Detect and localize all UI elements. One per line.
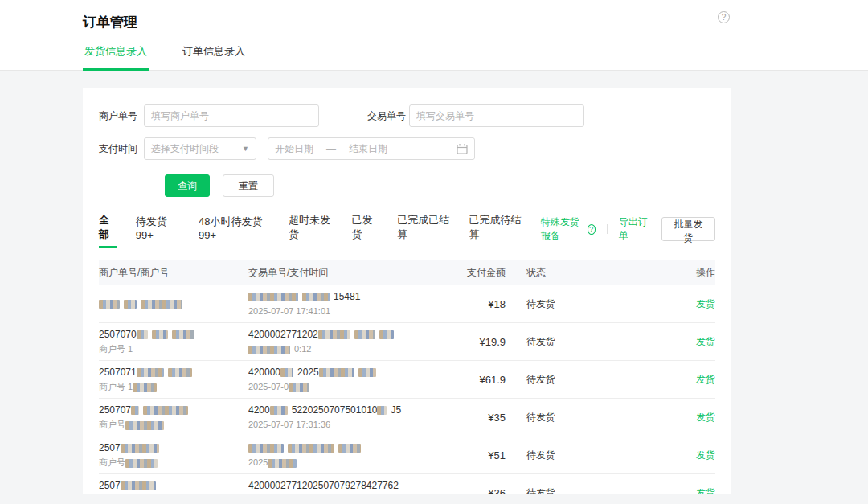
merchant-order-no-text: 2507	[99, 442, 121, 453]
redacted-block	[338, 444, 361, 453]
transaction-cell: 4200002771202507079278427762	[248, 480, 449, 494]
transaction-no-text: 4200	[248, 404, 270, 416]
page-title: 订单管理	[83, 13, 868, 31]
ship-action-link[interactable]: 发货	[618, 373, 715, 387]
content-card: 商户单号 交易单号 支付时间 选择支付时间段 ▼ 开始日期 — 结束日期 查	[83, 88, 731, 494]
redacted-block	[319, 368, 354, 377]
filter-tab-completed-unsettled[interactable]: 已完成待结算	[469, 213, 522, 250]
orders-table: 商户单号/商户号 交易单号/支付时间 支付金额 状态 操作 154812025-…	[99, 260, 715, 494]
pay-time-text: 2025-07-0	[248, 382, 289, 391]
special-shipping-report-label: 特殊发货报备	[541, 215, 585, 243]
table-row: 154812025-07-07 17:41:01¥18待发货发货	[99, 285, 715, 323]
filter-tab-pending-ship[interactable]: 待发货 99+	[136, 215, 179, 249]
merchant-cell: 2507070商户号 1	[99, 329, 248, 354]
redacted-block	[121, 481, 156, 490]
merchant-id-text: 商户号 1	[99, 344, 133, 354]
redacted-block	[270, 406, 288, 415]
query-button[interactable]: 查询	[165, 174, 210, 197]
redacted-block	[131, 406, 139, 415]
pay-time: 2025-07-07 17:41:01	[248, 305, 449, 317]
amount-cell: ¥36	[449, 487, 506, 495]
merchant-id-text: 商户号	[99, 420, 125, 429]
help-icon[interactable]: ?	[718, 11, 730, 23]
merchant-order-no-text: 2507070	[99, 329, 137, 340]
reset-button[interactable]: 重置	[223, 174, 274, 197]
merchant-order-no: 2507	[99, 480, 248, 491]
merchant-order-input[interactable]	[144, 104, 319, 127]
redacted-block	[152, 330, 168, 339]
redacted-block	[141, 300, 182, 309]
amount-cell: ¥19.9	[449, 336, 506, 348]
merchant-id: 商户号 1	[99, 343, 248, 354]
calendar-icon[interactable]	[457, 143, 468, 154]
vertical-divider	[607, 224, 608, 234]
table-row: 2507070商户号 142000027712020:12¥19.9待发货发货	[99, 323, 715, 361]
start-date-placeholder: 开始日期	[275, 142, 313, 156]
table-header: 商户单号/商户号 交易单号/支付时间 支付金额 状态 操作	[99, 260, 715, 285]
export-orders-link[interactable]: 导出订单	[619, 215, 649, 243]
batch-ship-button[interactable]: 批量发货	[661, 217, 715, 241]
merchant-cell: 2507商户号	[99, 442, 248, 468]
merchant-order-no-text: 250707	[99, 404, 131, 416]
merchant-order-label: 商户单号	[99, 109, 144, 123]
redacted-block	[289, 383, 309, 392]
pay-time-text: 2025	[248, 457, 268, 467]
redacted-block	[137, 368, 164, 377]
date-range-picker[interactable]: 开始日期 — 结束日期	[268, 137, 475, 160]
filter-tab-completed-settled[interactable]: 已完成已结算	[397, 213, 449, 250]
ship-action-link[interactable]: 发货	[618, 335, 715, 349]
tab-shipping-info-entry[interactable]: 发货信息录入	[83, 44, 149, 71]
info-icon: ?	[588, 224, 596, 235]
filter-bar: 全部 待发货 99+ 48小时待发货 99+ 超时未发货 已发货 已完成已结算 …	[99, 213, 715, 250]
merchant-order-no: 2507	[99, 442, 248, 453]
status-badge: 待发货	[506, 449, 618, 462]
transaction-no: 4200002771202507079278427762	[248, 480, 449, 491]
table-row: 2507商户号4200002771202507079278427762¥36待发…	[99, 474, 715, 494]
merchant-order-no: 2507071	[99, 367, 248, 378]
filter-tab-overdue[interactable]: 超时未发货	[289, 213, 332, 250]
redacted-block	[124, 300, 137, 309]
merchant-id: 商户号	[99, 457, 248, 468]
transaction-no-text: 4200002771202	[248, 329, 318, 340]
merchant-cell: 2507商户号	[99, 480, 248, 494]
filter-tab-all[interactable]: 全部	[99, 213, 117, 250]
filter-tab-shipped[interactable]: 已发货	[352, 213, 379, 250]
col-status: 状态	[506, 266, 618, 280]
redacted-block	[268, 459, 297, 468]
pay-time: 2025-07-0	[248, 381, 449, 392]
page-header: 订单管理 ? 发货信息录入 订单信息录入	[0, 0, 868, 71]
end-date-placeholder: 结束日期	[349, 142, 387, 156]
amount-cell: ¥51	[449, 449, 506, 461]
ship-action-link[interactable]: 发货	[618, 297, 715, 311]
filter-tab-48h-pending[interactable]: 48小时待发货 99+	[199, 215, 269, 249]
transaction-no: 15481	[248, 291, 449, 302]
transaction-no: 4200002025	[248, 367, 449, 378]
merchant-order-no	[99, 298, 248, 309]
tab-order-info-entry[interactable]: 订单信息录入	[181, 44, 247, 70]
transaction-no: 42005220250707501010J5	[248, 404, 449, 416]
merchant-cell: 250707商户号	[99, 404, 248, 430]
ship-action-link[interactable]: 发货	[618, 449, 715, 462]
pay-time: 0:12	[248, 343, 449, 354]
ship-action-link[interactable]: 发货	[618, 411, 715, 424]
merchant-order-no-text: 2507071	[99, 367, 137, 378]
transaction-no-input[interactable]	[409, 104, 584, 127]
table-row: 2507商户号2025¥51待发货发货	[99, 436, 715, 474]
transaction-cell: 154812025-07-07 17:41:01	[248, 291, 449, 317]
redacted-block	[318, 330, 350, 339]
status-badge: 待发货	[506, 411, 618, 424]
amount-cell: ¥35	[449, 412, 506, 424]
merchant-order-no: 2507070	[99, 329, 248, 340]
special-shipping-report-link[interactable]: 特殊发货报备 ?	[541, 215, 596, 243]
transaction-no-text: 15481	[334, 291, 360, 302]
pay-time-select[interactable]: 选择支付时间段 ▼	[144, 137, 256, 160]
filter-right-actions: 特殊发货报备 ? 导出订单 批量发货	[541, 215, 715, 248]
amount-cell: ¥61.9	[449, 374, 506, 386]
redacted-block	[248, 293, 298, 301]
transaction-no-text: 5220250707501010	[292, 404, 378, 416]
ship-action-link[interactable]: 发货	[618, 486, 715, 495]
merchant-id-text: 商户号	[99, 457, 125, 467]
redacted-block	[377, 406, 387, 415]
merchant-id: 商户号	[99, 419, 248, 430]
redacted-block	[99, 300, 120, 309]
